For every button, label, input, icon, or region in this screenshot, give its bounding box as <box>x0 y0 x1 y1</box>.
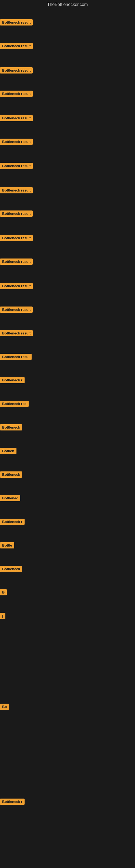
bottleneck-result-item[interactable]: Bottleneck result <box>0 283 33 290</box>
bottleneck-result-item[interactable]: Bottleneck <box>0 566 22 573</box>
bottleneck-badge[interactable]: Bottleneck result <box>0 91 33 97</box>
bottleneck-badge[interactable]: Bottleneck <box>0 566 22 572</box>
bottleneck-result-item[interactable]: Bottleneck result <box>0 187 33 194</box>
bottleneck-result-item[interactable]: Bottleneck res <box>0 401 29 408</box>
bottleneck-result-item[interactable]: Bottleneck result <box>0 91 33 98</box>
bottleneck-result-item[interactable]: Bottleneck resul <box>0 354 32 361</box>
bottleneck-badge[interactable]: Bottleneck result <box>0 138 33 145</box>
bottleneck-badge[interactable]: Bottlenec <box>0 495 20 501</box>
bottleneck-result-item[interactable]: Bottleneck result <box>0 211 33 218</box>
bottleneck-badge[interactable]: Bottleneck result <box>0 19 33 26</box>
bottleneck-result-item[interactable]: Bottlen <box>0 448 16 455</box>
bottleneck-result-item[interactable]: Bottleneck result <box>0 43 33 50</box>
bottleneck-result-item[interactable]: Bo <box>0 704 9 711</box>
bottleneck-result-item[interactable]: Bottleneck <box>0 471 22 479</box>
bottleneck-badge[interactable]: Bottleneck result <box>0 235 33 241</box>
bottleneck-badge[interactable]: Bottlen <box>0 448 16 454</box>
bottleneck-badge[interactable]: Bottleneck <box>0 471 22 478</box>
bottleneck-badge[interactable]: Bottleneck result <box>0 187 33 193</box>
bottleneck-result-item[interactable]: Bottlenec <box>0 495 20 502</box>
bottleneck-badge[interactable]: Bo <box>0 704 9 710</box>
bottleneck-badge[interactable]: Bottleneck result <box>0 211 33 217</box>
bottleneck-badge[interactable]: Bottleneck resul <box>0 354 32 360</box>
bottleneck-result-item[interactable]: B <box>0 589 7 596</box>
bottleneck-badge[interactable]: Bottleneck result <box>0 258 33 265</box>
bottleneck-result-item[interactable]: Bottleneck result <box>0 307 33 314</box>
bottleneck-badge[interactable]: Bottleneck result <box>0 330 33 336</box>
bottleneck-result-item[interactable]: Bottleneck result <box>0 19 33 27</box>
bottleneck-result-item[interactable]: Bottleneck r <box>0 519 25 526</box>
bottleneck-result-item[interactable]: Bottleneck result <box>0 138 33 146</box>
bottleneck-badge[interactable]: Bottleneck result <box>0 115 33 121</box>
bottleneck-result-item[interactable]: Bottleneck result <box>0 258 33 266</box>
bottleneck-badge[interactable]: Bottleneck r <box>0 799 25 805</box>
bottleneck-result-item[interactable]: Bottleneck <box>0 424 22 432</box>
bottleneck-result-item[interactable]: Bottle <box>0 542 14 550</box>
bottleneck-result-item[interactable]: Bottleneck r <box>0 799 25 806</box>
bottleneck-result-item[interactable]: Bottleneck result <box>0 235 33 242</box>
bottleneck-badge[interactable]: Bottleneck result <box>0 43 33 49</box>
bottleneck-result-item[interactable]: Bottleneck result <box>0 163 33 170</box>
bottleneck-result-item[interactable]: Bottleneck result <box>0 67 33 74</box>
site-title: TheBottlenecker.com <box>0 0 135 9</box>
bottleneck-badge[interactable]: Bottleneck <box>0 424 22 431</box>
bottleneck-badge[interactable]: Bottleneck r <box>0 519 25 525</box>
bottleneck-badge[interactable]: B <box>0 589 7 595</box>
bottleneck-badge[interactable]: Bottleneck result <box>0 307 33 313</box>
bottleneck-result-item[interactable]: Bottleneck result <box>0 330 33 337</box>
bottleneck-badge[interactable]: Bottleneck res <box>0 401 29 407</box>
bottleneck-badge[interactable]: Bottleneck result <box>0 67 33 73</box>
bottleneck-badge[interactable]: Bottleneck r <box>0 377 25 383</box>
bottleneck-badge[interactable]: Bottleneck result <box>0 163 33 169</box>
bottleneck-badge[interactable]: Bottleneck result <box>0 283 33 289</box>
bottleneck-badge[interactable]: | <box>0 613 5 619</box>
bottleneck-result-item[interactable]: Bottleneck result <box>0 115 33 122</box>
bottleneck-badge[interactable]: Bottle <box>0 542 14 549</box>
bottleneck-result-item[interactable]: | <box>0 613 5 620</box>
bottleneck-result-item[interactable]: Bottleneck r <box>0 377 25 384</box>
